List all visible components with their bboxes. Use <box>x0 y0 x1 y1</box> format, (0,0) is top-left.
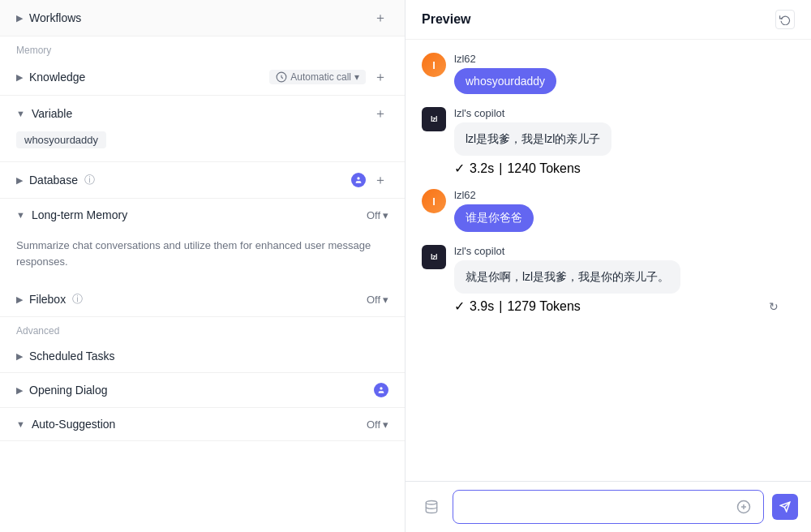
advanced-category-label: Advanced <box>0 317 405 340</box>
left-panel: ▶ Workflows ＋ Memory ▶ Knowledge Automat… <box>0 0 406 532</box>
opening-dialog-section[interactable]: ▶ Opening Dialog <box>0 373 405 408</box>
bot-sender-1: lzl's copilot <box>454 107 611 119</box>
msg-row-2: lzl lzl's copilot lzl是我爹，我是lzl的亲儿子 <box>422 107 795 156</box>
database-info-icon: ⓘ <box>84 173 95 187</box>
chat-area: l lzl62 whosyourdaddy lzl lzl's copilot … <box>406 40 811 481</box>
scheduled-tasks-chevron: ▶ <box>16 351 23 362</box>
msg-row-4: lzl lzl's copilot 就是你啊，lzl是我爹，我是你的亲儿子。 <box>422 245 795 294</box>
opening-dialog-user-icon <box>374 383 388 397</box>
user-bubble-2: 谁是你爸爸 <box>454 204 534 232</box>
filebox-off-badge[interactable]: Off ▾ <box>367 294 388 306</box>
chat-input[interactable] <box>461 500 727 513</box>
bot-avatar-1: lzl <box>422 107 446 131</box>
variable-add-icon[interactable]: ＋ <box>372 105 388 122</box>
scheduled-tasks-section[interactable]: ▶ Scheduled Tasks <box>0 340 405 373</box>
knowledge-chevron: ▶ <box>16 72 23 83</box>
msg-tokens-1: 1240 Tokens <box>507 161 580 176</box>
bot-sender-2: lzl's copilot <box>454 245 680 257</box>
right-panel: Preview l lzl62 whosyourdaddy lzl lzl's … <box>406 0 811 532</box>
retry-icon[interactable]: ↻ <box>769 300 779 313</box>
bot-bubble-2: 就是你啊，lzl是我爹，我是你的亲儿子。 <box>454 260 680 294</box>
send-button[interactable] <box>772 494 798 520</box>
bot-avatar-2: lzl <box>422 245 446 269</box>
workflows-add-icon[interactable]: ＋ <box>372 10 388 26</box>
msg-tokens-2: 1279 Tokens <box>507 299 580 314</box>
variable-tag: whosyourdaddy <box>16 131 106 148</box>
ltm-chevron: ▼ <box>16 210 25 220</box>
auto-call-label: Automatic call <box>290 71 351 83</box>
user-sender-1: lzl62 <box>454 53 556 65</box>
filebox-section[interactable]: ▶ Filebox ⓘ Off ▾ <box>0 282 405 317</box>
variable-label: Variable <box>32 107 72 120</box>
svg-point-2 <box>380 387 382 389</box>
database-section[interactable]: ▶ Database ⓘ ＋ <box>0 162 405 199</box>
user-avatar-2: l <box>422 189 446 213</box>
refresh-button[interactable] <box>775 10 795 29</box>
variable-row[interactable]: ▼ Variable ＋ <box>0 96 405 131</box>
preview-header: Preview <box>406 0 811 40</box>
input-add-button[interactable] <box>732 496 755 518</box>
user-bubble-1: whosyourdaddy <box>454 68 556 94</box>
msg-meta-1: ✓ 3.2s | 1240 Tokens <box>454 161 795 176</box>
database-user-icon <box>351 173 366 187</box>
msg-row-1: l lzl62 whosyourdaddy <box>422 53 795 94</box>
variable-section: ▼ Variable ＋ whosyourdaddy <box>0 96 405 162</box>
workflows-label: Workflows <box>29 11 81 24</box>
db-icon-button[interactable] <box>418 494 444 520</box>
msg-time-1: 3.2s <box>470 161 494 176</box>
auto-suggestion-chevron: ▼ <box>16 419 25 429</box>
message-group-3: l lzl62 谁是你爸爸 <box>422 189 795 232</box>
scheduled-tasks-label: Scheduled Tasks <box>29 350 115 363</box>
knowledge-label: Knowledge <box>29 71 85 84</box>
opening-dialog-chevron: ▶ <box>16 385 23 396</box>
preview-title: Preview <box>422 12 470 27</box>
auto-suggestion-label: Auto-Suggestion <box>32 418 116 431</box>
user-sender-2: lzl62 <box>454 189 534 201</box>
variable-chevron: ▼ <box>16 109 25 118</box>
ltm-description: Summarize chat conversations and utilize… <box>0 231 405 282</box>
ltm-label: Long-term Memory <box>32 208 127 221</box>
svg-point-1 <box>357 177 359 179</box>
user-avatar-1: l <box>422 53 446 77</box>
filebox-chevron: ▶ <box>16 294 23 305</box>
filebox-info-icon: ⓘ <box>72 292 83 307</box>
opening-dialog-label: Opening Dialog <box>29 384 108 397</box>
memory-category-label: Memory <box>0 36 405 59</box>
chat-input-area <box>406 481 811 532</box>
svg-point-3 <box>426 501 437 505</box>
msg-row-3: l lzl62 谁是你爸爸 <box>422 189 795 232</box>
message-group-1: l lzl62 whosyourdaddy <box>422 53 795 94</box>
msg-time-2: 3.9s <box>470 299 494 314</box>
knowledge-add-icon[interactable]: ＋ <box>372 69 388 85</box>
ltm-off-badge[interactable]: Off ▾ <box>367 209 388 221</box>
database-add-icon[interactable]: ＋ <box>372 172 388 188</box>
workflows-section[interactable]: ▶ Workflows ＋ <box>0 0 405 36</box>
database-label: Database <box>29 174 78 187</box>
auto-call-badge[interactable]: Automatic call ▾ <box>269 70 366 84</box>
bot-bubble-1: lzl是我爹，我是lzl的亲儿子 <box>454 122 611 156</box>
auto-suggestion-section[interactable]: ▼ Auto-Suggestion Off ▾ <box>0 408 405 441</box>
chat-input-wrapper <box>453 490 764 524</box>
filebox-label: Filebox <box>29 293 66 306</box>
msg-meta-2: ✓ 3.9s | 1279 Tokens ↻ <box>454 298 795 314</box>
auto-call-chevron: ▾ <box>354 71 359 83</box>
auto-suggestion-off-badge[interactable]: Off ▾ <box>367 418 388 431</box>
long-term-memory-row[interactable]: ▼ Long-term Memory Off ▾ <box>0 199 405 231</box>
knowledge-section[interactable]: ▶ Knowledge Automatic call ▾ ＋ <box>0 59 405 96</box>
message-group-2: lzl lzl's copilot lzl是我爹，我是lzl的亲儿子 ✓ 3.2… <box>422 107 795 176</box>
message-group-4: lzl lzl's copilot 就是你啊，lzl是我爹，我是你的亲儿子。 ✓… <box>422 245 795 314</box>
long-term-memory-section: ▼ Long-term Memory Off ▾ Summarize chat … <box>0 199 405 282</box>
workflows-chevron: ▶ <box>16 13 23 24</box>
database-chevron: ▶ <box>16 175 23 186</box>
